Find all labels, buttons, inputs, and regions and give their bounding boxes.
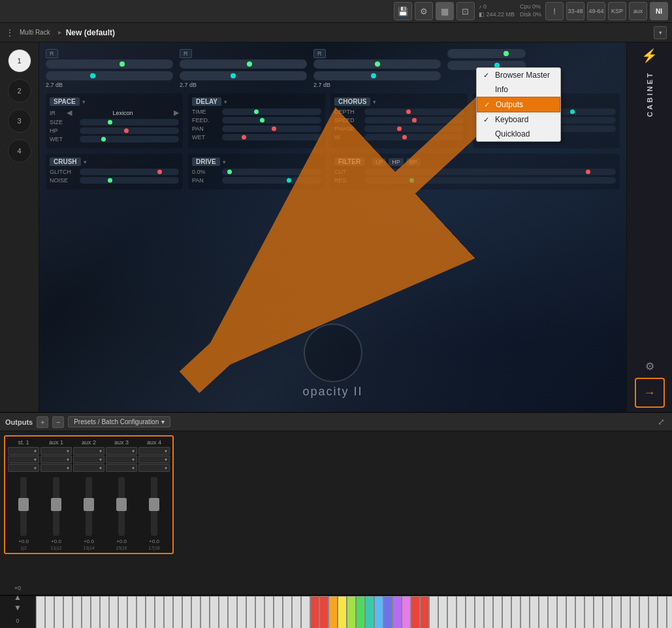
rack-slot-3[interactable]: 3 — [8, 109, 31, 133]
menu-keyboard[interactable]: ✓ Keyboard — [477, 112, 560, 127]
ch-aux3-sel1[interactable]: ▾ — [106, 447, 137, 455]
space-wet-slider[interactable] — [80, 136, 179, 142]
white-key[interactable] — [246, 596, 255, 628]
chorus-phase-slider[interactable] — [364, 125, 464, 132]
white-key[interactable] — [447, 596, 456, 628]
white-key[interactable] — [466, 596, 475, 628]
delay-wet-dot[interactable] — [242, 135, 246, 140]
drive-label[interactable]: DRIVE — [192, 157, 220, 166]
white-key[interactable] — [91, 596, 100, 628]
crush-noise-slider[interactable] — [80, 177, 179, 184]
white-key[interactable] — [374, 596, 383, 628]
delay-pan-slider[interactable] — [222, 125, 321, 132]
filter-lp-btn[interactable]: LP — [372, 158, 386, 166]
ir-prev[interactable]: ◀ — [67, 108, 72, 117]
slider-track-4[interactable] — [447, 49, 526, 58]
white-key[interactable] — [475, 596, 484, 628]
white-key[interactable] — [292, 596, 301, 628]
white-key[interactable] — [402, 596, 411, 628]
delay-time-dot[interactable] — [254, 110, 259, 114]
white-key[interactable] — [594, 596, 603, 628]
filter-cut-dot[interactable] — [586, 170, 590, 174]
ch-st1-fader[interactable] — [18, 498, 29, 511]
delay-wet-slider[interactable] — [222, 134, 321, 140]
ch-aux4-sel1[interactable]: ▾ — [138, 447, 170, 455]
filter-hp-btn[interactable]: HP — [389, 158, 404, 166]
white-key[interactable] — [612, 596, 621, 628]
white-key[interactable] — [338, 596, 347, 628]
outputs-minus-btn[interactable]: − — [52, 416, 64, 428]
delay-feed-slider[interactable] — [222, 117, 321, 124]
white-key[interactable] — [200, 596, 210, 628]
crush-glitch-slider[interactable] — [80, 169, 179, 175]
crush-noise-dot[interactable] — [108, 178, 112, 183]
space-size-dot[interactable] — [108, 120, 112, 125]
white-key[interactable] — [109, 596, 118, 628]
white-key[interactable] — [237, 596, 246, 628]
ch-aux2-sel3[interactable]: ▾ — [73, 464, 104, 472]
white-key[interactable] — [255, 596, 264, 628]
white-key[interactable] — [420, 596, 429, 628]
white-key[interactable] — [82, 596, 91, 628]
resize-button[interactable]: ⤢ — [655, 416, 667, 428]
white-key[interactable] — [438, 596, 447, 628]
crush-glitch-dot[interactable] — [157, 170, 162, 174]
white-key[interactable] — [283, 596, 292, 628]
menu-outputs[interactable]: ✓ Outputs — [477, 97, 560, 112]
slider-thumb-3[interactable] — [375, 61, 380, 67]
drive-val-slider[interactable] — [222, 169, 321, 175]
white-key[interactable] — [502, 596, 511, 628]
white-key[interactable] — [219, 596, 228, 628]
slider-track-2[interactable] — [180, 59, 307, 69]
white-key[interactable] — [310, 596, 319, 628]
white-key[interactable] — [356, 596, 365, 628]
white-key[interactable] — [630, 596, 639, 628]
space-hp-dot[interactable] — [124, 129, 129, 133]
drive-val-dot[interactable] — [227, 170, 232, 174]
white-key[interactable] — [301, 596, 310, 628]
ch-aux1-sel3[interactable]: ▾ — [40, 464, 72, 472]
slider-track-3[interactable] — [313, 59, 441, 69]
white-key[interactable] — [118, 596, 127, 628]
crush-arrow[interactable]: ▾ — [84, 159, 87, 165]
slider-thumb-4[interactable] — [504, 51, 509, 56]
ch-aux3-fader[interactable] — [116, 498, 127, 511]
filter-res-dot[interactable] — [409, 178, 414, 183]
aux-button[interactable]: aux — [629, 2, 647, 20]
filter-cut-slider[interactable] — [364, 169, 616, 175]
white-key[interactable] — [146, 596, 155, 628]
white-key[interactable] — [72, 596, 82, 628]
outputs-add-btn[interactable]: + — [37, 416, 48, 428]
ch-aux2-fader[interactable] — [84, 498, 94, 511]
white-key[interactable] — [319, 596, 328, 628]
white-key[interactable] — [264, 596, 274, 628]
white-key[interactable] — [274, 596, 283, 628]
transpose-up-btn[interactable]: + — [15, 625, 20, 628]
ch-aux1-sel1[interactable]: ▾ — [40, 447, 72, 455]
white-key[interactable] — [191, 596, 200, 628]
white-key[interactable] — [127, 596, 136, 628]
chorus-arrow[interactable]: ▾ — [373, 99, 376, 105]
chorus-speed-dot[interactable] — [412, 118, 417, 123]
space-arrow[interactable]: ▾ — [82, 99, 86, 105]
layout-button[interactable]: ▦ — [436, 2, 454, 20]
chorus-label[interactable]: CHORUS — [334, 97, 370, 106]
slider-track-sm-3[interactable] — [313, 71, 441, 80]
octave-down-btn[interactable]: ▼ — [14, 603, 22, 612]
ch-st1-sel3[interactable]: ▾ — [8, 464, 39, 472]
white-key[interactable] — [136, 596, 146, 628]
ch-aux1-fader[interactable] — [51, 498, 61, 511]
white-key[interactable] — [429, 596, 438, 628]
white-key[interactable] — [182, 596, 191, 628]
drive-pan-dot[interactable] — [287, 178, 291, 183]
delay-feed-dot[interactable] — [260, 118, 264, 123]
white-key[interactable] — [621, 596, 630, 628]
white-key[interactable] — [210, 596, 219, 628]
chorus-phase-dot[interactable] — [397, 127, 402, 131]
rack-slot-1[interactable]: 1 — [8, 49, 31, 73]
space-hp-slider[interactable] — [80, 127, 179, 134]
ch-st1-sel1[interactable]: ▾ — [8, 447, 39, 455]
ir-next[interactable]: ▶ — [174, 108, 179, 117]
white-key[interactable] — [173, 596, 182, 628]
white-key[interactable] — [584, 596, 594, 628]
